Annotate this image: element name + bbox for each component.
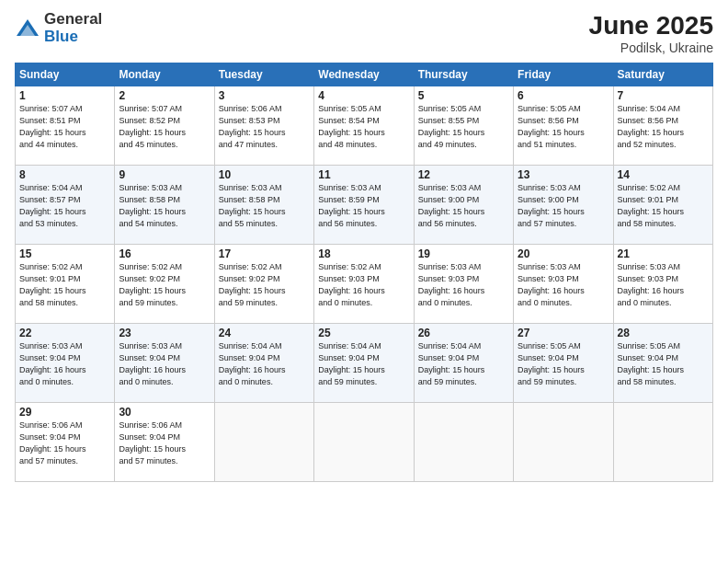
logo-icon — [15, 16, 40, 41]
calendar-cell: 25 Sunrise: 5:04 AMSunset: 9:04 PMDaylig… — [314, 324, 414, 403]
calendar-cell: 15 Sunrise: 5:02 AMSunset: 9:01 PMDaylig… — [16, 245, 115, 324]
day-number: 7 — [618, 89, 709, 102]
day-number: 6 — [518, 89, 609, 102]
calendar-cell: 11 Sunrise: 5:03 AMSunset: 8:59 PMDaylig… — [314, 166, 414, 245]
page: General Blue June 2025 Podilsk, Ukraine … — [0, 0, 728, 563]
logo-general-text: General — [44, 11, 102, 29]
title-block: June 2025 Podilsk, Ukraine — [589, 11, 713, 55]
calendar-cell: 13 Sunrise: 5:03 AMSunset: 9:00 PMDaylig… — [514, 166, 613, 245]
day-info: Sunrise: 5:02 AMSunset: 9:01 PMDaylight:… — [618, 183, 685, 228]
calendar-cell: 24 Sunrise: 5:04 AMSunset: 9:04 PMDaylig… — [214, 324, 313, 403]
day-info: Sunrise: 5:02 AMSunset: 9:02 PMDaylight:… — [119, 262, 186, 307]
calendar-cell: 23 Sunrise: 5:03 AMSunset: 9:04 PMDaylig… — [115, 324, 214, 403]
title-location: Podilsk, Ukraine — [589, 40, 713, 55]
calendar-cell: 18 Sunrise: 5:02 AMSunset: 9:03 PMDaylig… — [314, 245, 414, 324]
weekday-friday: Friday — [514, 63, 613, 86]
day-number: 10 — [219, 168, 310, 181]
day-number: 3 — [219, 89, 310, 102]
title-month: June 2025 — [589, 11, 713, 40]
day-info: Sunrise: 5:04 AMSunset: 9:04 PMDaylight:… — [418, 341, 485, 386]
weekday-wednesday: Wednesday — [314, 63, 414, 86]
day-number: 21 — [618, 247, 709, 260]
day-info: Sunrise: 5:04 AMSunset: 8:57 PMDaylight:… — [19, 183, 86, 228]
calendar-cell: 2 Sunrise: 5:07 AMSunset: 8:52 PMDayligh… — [115, 86, 214, 166]
day-info: Sunrise: 5:05 AMSunset: 8:56 PMDaylight:… — [518, 104, 585, 149]
day-number: 11 — [318, 168, 409, 181]
day-number: 23 — [119, 327, 210, 339]
calendar-cell: 19 Sunrise: 5:03 AMSunset: 9:03 PMDaylig… — [414, 245, 513, 324]
weekday-sunday: Sunday — [16, 63, 115, 86]
day-number: 26 — [418, 327, 509, 339]
day-info: Sunrise: 5:06 AMSunset: 9:04 PMDaylight:… — [19, 420, 86, 465]
calendar-week-4: 22 Sunrise: 5:03 AMSunset: 9:04 PMDaylig… — [16, 324, 713, 403]
calendar-cell: 26 Sunrise: 5:04 AMSunset: 9:04 PMDaylig… — [414, 324, 513, 403]
calendar-cell: 16 Sunrise: 5:02 AMSunset: 9:02 PMDaylig… — [115, 245, 214, 324]
day-info: Sunrise: 5:03 AMSunset: 9:03 PMDaylight:… — [518, 262, 585, 307]
day-info: Sunrise: 5:05 AMSunset: 9:04 PMDaylight:… — [518, 341, 585, 386]
day-info: Sunrise: 5:06 AMSunset: 8:53 PMDaylight:… — [219, 104, 286, 149]
calendar-cell: 7 Sunrise: 5:04 AMSunset: 8:56 PMDayligh… — [613, 86, 712, 166]
weekday-monday: Monday — [115, 63, 214, 86]
calendar-week-1: 1 Sunrise: 5:07 AMSunset: 8:51 PMDayligh… — [16, 86, 713, 166]
calendar-cell: 9 Sunrise: 5:03 AMSunset: 8:58 PMDayligh… — [115, 166, 214, 245]
weekday-thursday: Thursday — [414, 63, 513, 86]
day-info: Sunrise: 5:05 AMSunset: 8:55 PMDaylight:… — [418, 104, 485, 149]
calendar-table: SundayMondayTuesdayWednesdayThursdayFrid… — [15, 63, 713, 482]
calendar-cell: 4 Sunrise: 5:05 AMSunset: 8:54 PMDayligh… — [314, 86, 414, 166]
calendar-cell — [314, 403, 414, 482]
day-info: Sunrise: 5:03 AMSunset: 8:58 PMDaylight:… — [119, 183, 186, 228]
day-info: Sunrise: 5:03 AMSunset: 8:58 PMDaylight:… — [219, 183, 286, 228]
day-info: Sunrise: 5:03 AMSunset: 9:03 PMDaylight:… — [418, 262, 485, 307]
calendar-cell: 17 Sunrise: 5:02 AMSunset: 9:02 PMDaylig… — [214, 245, 313, 324]
weekday-header-row: SundayMondayTuesdayWednesdayThursdayFrid… — [16, 63, 713, 86]
day-number: 28 — [618, 327, 709, 339]
day-number: 29 — [19, 406, 110, 419]
day-info: Sunrise: 5:02 AMSunset: 9:03 PMDaylight:… — [318, 262, 385, 307]
calendar-cell — [414, 403, 513, 482]
day-info: Sunrise: 5:05 AMSunset: 9:04 PMDaylight:… — [618, 341, 685, 386]
calendar-week-3: 15 Sunrise: 5:02 AMSunset: 9:01 PMDaylig… — [16, 245, 713, 324]
day-info: Sunrise: 5:04 AMSunset: 9:04 PMDaylight:… — [219, 341, 286, 386]
day-info: Sunrise: 5:05 AMSunset: 8:54 PMDaylight:… — [318, 104, 385, 149]
day-number: 27 — [518, 327, 609, 339]
day-info: Sunrise: 5:04 AMSunset: 9:04 PMDaylight:… — [318, 341, 385, 386]
day-info: Sunrise: 5:02 AMSunset: 9:01 PMDaylight:… — [19, 262, 86, 307]
calendar-cell: 3 Sunrise: 5:06 AMSunset: 8:53 PMDayligh… — [214, 86, 313, 166]
calendar-cell — [214, 403, 313, 482]
day-info: Sunrise: 5:03 AMSunset: 9:03 PMDaylight:… — [618, 262, 685, 307]
calendar-cell: 5 Sunrise: 5:05 AMSunset: 8:55 PMDayligh… — [414, 86, 513, 166]
calendar-cell: 28 Sunrise: 5:05 AMSunset: 9:04 PMDaylig… — [613, 324, 712, 403]
calendar-cell: 1 Sunrise: 5:07 AMSunset: 8:51 PMDayligh… — [16, 86, 115, 166]
day-info: Sunrise: 5:07 AMSunset: 8:51 PMDaylight:… — [19, 104, 86, 149]
day-number: 18 — [318, 247, 409, 260]
day-number: 16 — [119, 247, 210, 260]
day-number: 30 — [119, 406, 210, 419]
logo: General Blue — [15, 11, 102, 45]
day-info: Sunrise: 5:03 AMSunset: 9:04 PMDaylight:… — [119, 341, 186, 386]
day-number: 4 — [318, 89, 409, 102]
day-info: Sunrise: 5:07 AMSunset: 8:52 PMDaylight:… — [119, 104, 186, 149]
calendar-cell: 22 Sunrise: 5:03 AMSunset: 9:04 PMDaylig… — [16, 324, 115, 403]
calendar-cell: 30 Sunrise: 5:06 AMSunset: 9:04 PMDaylig… — [115, 403, 214, 482]
day-number: 20 — [518, 247, 609, 260]
day-number: 17 — [219, 247, 310, 260]
calendar-cell: 12 Sunrise: 5:03 AMSunset: 9:00 PMDaylig… — [414, 166, 513, 245]
calendar-cell: 27 Sunrise: 5:05 AMSunset: 9:04 PMDaylig… — [514, 324, 613, 403]
day-info: Sunrise: 5:03 AMSunset: 9:04 PMDaylight:… — [19, 341, 86, 386]
day-number: 19 — [418, 247, 509, 260]
day-info: Sunrise: 5:03 AMSunset: 9:00 PMDaylight:… — [418, 183, 485, 228]
calendar-cell: 6 Sunrise: 5:05 AMSunset: 8:56 PMDayligh… — [514, 86, 613, 166]
weekday-tuesday: Tuesday — [214, 63, 313, 86]
day-number: 25 — [318, 327, 409, 339]
day-number: 5 — [418, 89, 509, 102]
day-info: Sunrise: 5:03 AMSunset: 9:00 PMDaylight:… — [518, 183, 585, 228]
header: General Blue June 2025 Podilsk, Ukraine — [15, 11, 713, 55]
day-number: 12 — [418, 168, 509, 181]
calendar-cell — [613, 403, 712, 482]
day-number: 14 — [618, 168, 709, 181]
calendar-week-2: 8 Sunrise: 5:04 AMSunset: 8:57 PMDayligh… — [16, 166, 713, 245]
day-number: 24 — [219, 327, 310, 339]
calendar-cell — [514, 403, 613, 482]
day-info: Sunrise: 5:04 AMSunset: 8:56 PMDaylight:… — [618, 104, 685, 149]
day-info: Sunrise: 5:03 AMSunset: 8:59 PMDaylight:… — [318, 183, 385, 228]
